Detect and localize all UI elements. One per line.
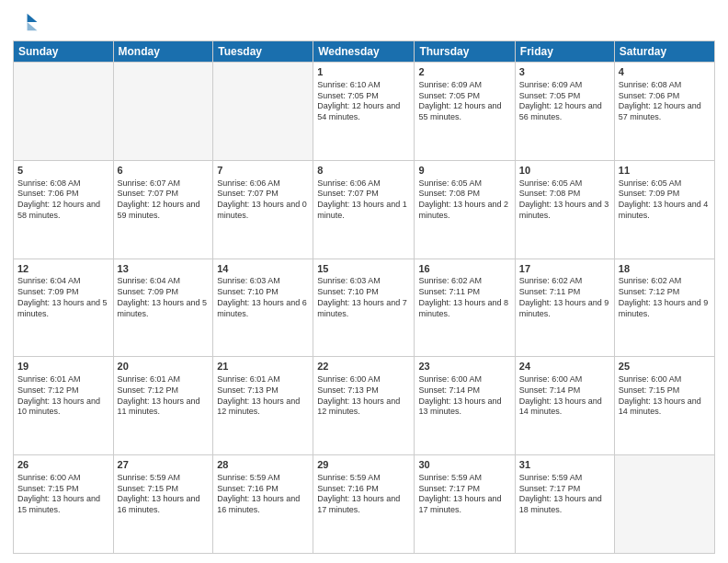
day-info: Sunrise: 6:07 AM Sunset: 7:07 PM Dayligh… bbox=[118, 178, 210, 222]
day-info: Sunrise: 6:02 AM Sunset: 7:12 PM Dayligh… bbox=[619, 276, 711, 319]
calendar-cell: 7Sunrise: 6:06 AM Sunset: 7:07 PM Daylig… bbox=[213, 160, 313, 259]
calendar-cell: 15Sunrise: 6:03 AM Sunset: 7:10 PM Dayli… bbox=[313, 259, 415, 357]
day-number: 28 bbox=[217, 458, 309, 472]
day-number: 29 bbox=[317, 458, 410, 472]
day-info: Sunrise: 6:01 AM Sunset: 7:12 PM Dayligh… bbox=[17, 374, 109, 418]
weekday-friday: Friday bbox=[515, 41, 614, 63]
day-info: Sunrise: 6:09 AM Sunset: 7:05 PM Dayligh… bbox=[418, 80, 510, 123]
calendar-cell: 9Sunrise: 6:05 AM Sunset: 7:08 PM Daylig… bbox=[415, 160, 515, 259]
day-number: 8 bbox=[317, 164, 410, 178]
weekday-tuesday: Tuesday bbox=[213, 41, 313, 63]
day-number: 21 bbox=[217, 360, 309, 373]
day-info: Sunrise: 6:02 AM Sunset: 7:11 PM Dayligh… bbox=[519, 276, 610, 319]
day-number: 23 bbox=[418, 360, 510, 373]
weekday-sunday: Sunday bbox=[14, 41, 114, 63]
day-number: 14 bbox=[217, 262, 309, 276]
day-number: 13 bbox=[118, 262, 210, 276]
calendar-cell: 23Sunrise: 6:00 AM Sunset: 7:14 PM Dayli… bbox=[415, 357, 515, 455]
day-number: 2 bbox=[418, 65, 510, 79]
day-number: 15 bbox=[317, 262, 410, 276]
day-info: Sunrise: 6:03 AM Sunset: 7:10 PM Dayligh… bbox=[317, 276, 410, 319]
calendar-cell: 17Sunrise: 6:02 AM Sunset: 7:11 PM Dayli… bbox=[515, 259, 614, 357]
calendar-cell: 29Sunrise: 5:59 AM Sunset: 7:16 PM Dayli… bbox=[313, 455, 415, 554]
calendar-cell bbox=[614, 455, 714, 554]
week-row-2: 12Sunrise: 6:04 AM Sunset: 7:09 PM Dayli… bbox=[14, 259, 715, 357]
day-number: 25 bbox=[619, 360, 711, 373]
header bbox=[13, 9, 715, 35]
day-number: 17 bbox=[519, 262, 610, 276]
day-info: Sunrise: 6:06 AM Sunset: 7:07 PM Dayligh… bbox=[317, 178, 410, 222]
day-info: Sunrise: 6:09 AM Sunset: 7:05 PM Dayligh… bbox=[519, 80, 610, 123]
calendar-cell: 22Sunrise: 6:00 AM Sunset: 7:13 PM Dayli… bbox=[313, 357, 415, 455]
day-info: Sunrise: 6:00 AM Sunset: 7:15 PM Dayligh… bbox=[619, 374, 711, 418]
day-info: Sunrise: 5:59 AM Sunset: 7:15 PM Dayligh… bbox=[118, 473, 210, 516]
day-info: Sunrise: 5:59 AM Sunset: 7:16 PM Dayligh… bbox=[317, 473, 410, 516]
calendar-cell: 6Sunrise: 6:07 AM Sunset: 7:07 PM Daylig… bbox=[113, 160, 213, 259]
calendar-cell: 27Sunrise: 5:59 AM Sunset: 7:15 PM Dayli… bbox=[113, 455, 213, 554]
day-number: 5 bbox=[17, 164, 109, 178]
day-number: 19 bbox=[17, 360, 109, 373]
weekday-saturday: Saturday bbox=[614, 41, 714, 63]
day-number: 11 bbox=[619, 164, 711, 178]
calendar-cell: 2Sunrise: 6:09 AM Sunset: 7:05 PM Daylig… bbox=[415, 63, 515, 161]
calendar-cell: 14Sunrise: 6:03 AM Sunset: 7:10 PM Dayli… bbox=[213, 259, 313, 357]
day-number: 3 bbox=[519, 65, 610, 79]
weekday-header-row: SundayMondayTuesdayWednesdayThursdayFrid… bbox=[14, 41, 715, 63]
week-row-0: 1Sunrise: 6:10 AM Sunset: 7:05 PM Daylig… bbox=[14, 63, 715, 161]
calendar-cell: 11Sunrise: 6:05 AM Sunset: 7:09 PM Dayli… bbox=[614, 160, 714, 259]
day-info: Sunrise: 6:01 AM Sunset: 7:13 PM Dayligh… bbox=[217, 374, 309, 418]
calendar-table: SundayMondayTuesdayWednesdayThursdayFrid… bbox=[13, 40, 715, 554]
day-number: 1 bbox=[317, 65, 410, 79]
day-info: Sunrise: 5:59 AM Sunset: 7:16 PM Dayligh… bbox=[217, 473, 309, 516]
day-info: Sunrise: 6:01 AM Sunset: 7:12 PM Dayligh… bbox=[118, 374, 210, 418]
calendar-cell: 18Sunrise: 6:02 AM Sunset: 7:12 PM Dayli… bbox=[614, 259, 714, 357]
weekday-wednesday: Wednesday bbox=[313, 41, 415, 63]
day-info: Sunrise: 6:02 AM Sunset: 7:11 PM Dayligh… bbox=[418, 276, 510, 319]
day-info: Sunrise: 6:05 AM Sunset: 7:09 PM Dayligh… bbox=[619, 178, 711, 222]
day-info: Sunrise: 6:06 AM Sunset: 7:07 PM Dayligh… bbox=[217, 178, 309, 222]
calendar-cell: 3Sunrise: 6:09 AM Sunset: 7:05 PM Daylig… bbox=[515, 63, 614, 161]
calendar-cell: 31Sunrise: 5:59 AM Sunset: 7:17 PM Dayli… bbox=[515, 455, 614, 554]
calendar-cell: 12Sunrise: 6:04 AM Sunset: 7:09 PM Dayli… bbox=[14, 259, 114, 357]
calendar-cell bbox=[213, 63, 313, 161]
day-number: 30 bbox=[418, 458, 510, 472]
day-number: 9 bbox=[418, 164, 510, 178]
calendar-cell: 19Sunrise: 6:01 AM Sunset: 7:12 PM Dayli… bbox=[14, 357, 114, 455]
calendar-cell: 30Sunrise: 5:59 AM Sunset: 7:17 PM Dayli… bbox=[415, 455, 515, 554]
day-info: Sunrise: 6:04 AM Sunset: 7:09 PM Dayligh… bbox=[118, 276, 210, 319]
day-number: 22 bbox=[317, 360, 410, 373]
day-info: Sunrise: 5:59 AM Sunset: 7:17 PM Dayligh… bbox=[418, 473, 510, 516]
calendar-cell: 13Sunrise: 6:04 AM Sunset: 7:09 PM Dayli… bbox=[113, 259, 213, 357]
calendar-cell: 20Sunrise: 6:01 AM Sunset: 7:12 PM Dayli… bbox=[113, 357, 213, 455]
calendar-cell: 10Sunrise: 6:05 AM Sunset: 7:08 PM Dayli… bbox=[515, 160, 614, 259]
calendar-cell: 24Sunrise: 6:00 AM Sunset: 7:14 PM Dayli… bbox=[515, 357, 614, 455]
calendar-cell: 26Sunrise: 6:00 AM Sunset: 7:15 PM Dayli… bbox=[14, 455, 114, 554]
day-info: Sunrise: 6:08 AM Sunset: 7:06 PM Dayligh… bbox=[17, 178, 109, 222]
day-info: Sunrise: 6:05 AM Sunset: 7:08 PM Dayligh… bbox=[519, 178, 610, 222]
day-info: Sunrise: 6:00 AM Sunset: 7:14 PM Dayligh… bbox=[519, 374, 610, 418]
day-info: Sunrise: 6:10 AM Sunset: 7:05 PM Dayligh… bbox=[317, 80, 410, 123]
day-number: 18 bbox=[619, 262, 711, 276]
calendar-cell: 16Sunrise: 6:02 AM Sunset: 7:11 PM Dayli… bbox=[415, 259, 515, 357]
day-number: 4 bbox=[619, 65, 711, 79]
day-info: Sunrise: 6:08 AM Sunset: 7:06 PM Dayligh… bbox=[619, 80, 711, 123]
calendar-cell: 21Sunrise: 6:01 AM Sunset: 7:13 PM Dayli… bbox=[213, 357, 313, 455]
day-info: Sunrise: 6:00 AM Sunset: 7:15 PM Dayligh… bbox=[17, 473, 109, 516]
day-number: 20 bbox=[118, 360, 210, 373]
calendar-cell: 4Sunrise: 6:08 AM Sunset: 7:06 PM Daylig… bbox=[614, 63, 714, 161]
week-row-4: 26Sunrise: 6:00 AM Sunset: 7:15 PM Dayli… bbox=[14, 455, 715, 554]
day-number: 12 bbox=[17, 262, 109, 276]
calendar-cell bbox=[113, 63, 213, 161]
calendar-cell: 28Sunrise: 5:59 AM Sunset: 7:16 PM Dayli… bbox=[213, 455, 313, 554]
week-row-3: 19Sunrise: 6:01 AM Sunset: 7:12 PM Dayli… bbox=[14, 357, 715, 455]
day-number: 31 bbox=[519, 458, 610, 472]
day-number: 26 bbox=[17, 458, 109, 472]
day-number: 6 bbox=[118, 164, 210, 178]
week-row-1: 5Sunrise: 6:08 AM Sunset: 7:06 PM Daylig… bbox=[14, 160, 715, 259]
day-number: 27 bbox=[118, 458, 210, 472]
day-number: 10 bbox=[519, 164, 610, 178]
day-info: Sunrise: 6:03 AM Sunset: 7:10 PM Dayligh… bbox=[217, 276, 309, 319]
calendar-cell bbox=[14, 63, 114, 161]
logo-icon bbox=[13, 9, 39, 35]
calendar-cell: 8Sunrise: 6:06 AM Sunset: 7:07 PM Daylig… bbox=[313, 160, 415, 259]
